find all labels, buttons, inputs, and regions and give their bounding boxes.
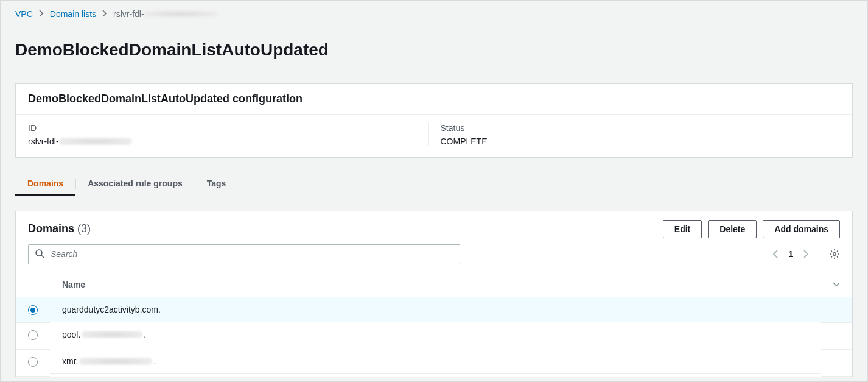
row-name-cell: pool. .	[50, 322, 821, 347]
breadcrumb-vpc[interactable]: VPC	[15, 9, 33, 19]
domains-actions: Edit Delete Add domains	[663, 220, 840, 238]
svg-line-1	[41, 255, 44, 258]
table-row[interactable]: pool. .	[16, 322, 852, 349]
delete-button[interactable]: Delete	[708, 220, 757, 238]
domains-panel-header: Domains (3) Edit Delete Add domains	[16, 211, 852, 244]
pager-page-number: 1	[788, 249, 793, 259]
domains-count: (3)	[77, 222, 91, 235]
table-row[interactable]: xmr. .	[16, 349, 852, 376]
domains-table: Name guarddutyc2activityb.com.	[16, 272, 852, 377]
row-name-suffix: .	[153, 356, 156, 366]
config-id-prefix: rslvr-fdl-	[28, 136, 59, 146]
config-status-value: COMPLETE	[441, 136, 841, 146]
chevron-right-icon	[102, 9, 107, 19]
domains-title-text: Domains	[28, 222, 74, 235]
configuration-panel-body: ID rslvr-fdl- Status COMPLETE	[16, 115, 852, 157]
search-input[interactable]	[49, 249, 453, 260]
breadcrumb-current: rslvr-fdl-	[113, 9, 217, 19]
redacted-text	[144, 10, 217, 18]
table-row[interactable]: guarddutyc2activityb.com.	[16, 297, 852, 322]
row-name: pool.	[62, 330, 80, 339]
domains-toolbar: 1	[16, 244, 852, 272]
chevron-right-icon	[39, 9, 44, 19]
row-radio[interactable]	[28, 305, 38, 315]
tab-tags[interactable]: Tags	[195, 172, 239, 196]
row-name-cell: guarddutyc2activityb.com.	[50, 297, 821, 322]
table-header-expand[interactable]	[821, 272, 852, 297]
row-name-cell: xmr. .	[50, 349, 821, 374]
config-id-value: rslvr-fdl-	[28, 136, 428, 146]
settings-button[interactable]	[829, 249, 840, 260]
add-domains-button[interactable]: Add domains	[763, 220, 840, 238]
row-name: guarddutyc2activityb.com.	[62, 305, 161, 314]
configuration-panel-header: DemoBlockedDomainListAutoUpdated configu…	[16, 84, 852, 115]
svg-point-2	[833, 253, 836, 255]
row-name: xmr.	[62, 356, 78, 366]
redacted-text	[79, 358, 152, 365]
configuration-panel: DemoBlockedDomainListAutoUpdated configu…	[15, 83, 853, 158]
domains-panel: Domains (3) Edit Delete Add domains 1	[15, 211, 853, 377]
config-status-label: Status	[441, 123, 841, 136]
table-header-row: Name	[16, 272, 852, 297]
config-col-id: ID rslvr-fdl-	[28, 123, 428, 146]
tab-domains[interactable]: Domains	[15, 172, 75, 196]
page-root: VPC Domain lists rslvr-fdl- DemoBlockedD…	[0, 0, 868, 382]
breadcrumb-domain-lists[interactable]: Domain lists	[50, 9, 96, 19]
tab-associated-rule-groups[interactable]: Associated rule groups	[75, 172, 195, 196]
domains-panel-title: Domains (3)	[28, 222, 91, 235]
row-radio[interactable]	[28, 357, 38, 367]
breadcrumb: VPC Domain lists rslvr-fdl-	[1, 1, 867, 24]
config-col-status: Status COMPLETE	[428, 123, 841, 146]
chevron-down-icon	[833, 281, 840, 288]
pager-next-button[interactable]	[803, 250, 809, 258]
config-id-label: ID	[28, 123, 428, 136]
page-title: DemoBlockedDomainListAutoUpdated	[1, 35, 867, 72]
edit-button[interactable]: Edit	[663, 220, 702, 238]
svg-point-0	[36, 250, 42, 256]
divider	[819, 248, 819, 260]
pager: 1	[772, 248, 840, 260]
search-box[interactable]	[28, 244, 460, 264]
pager-prev-button[interactable]	[772, 250, 779, 258]
breadcrumb-current-prefix: rslvr-fdl-	[113, 9, 144, 19]
row-radio[interactable]	[28, 330, 38, 340]
redacted-text	[82, 331, 142, 338]
row-name-suffix: .	[144, 330, 146, 339]
tabs: Domains Associated rule groups Tags	[1, 172, 867, 196]
search-icon	[35, 249, 44, 260]
redacted-text	[59, 138, 132, 145]
table-header-name[interactable]: Name	[50, 272, 821, 297]
table-header-select	[16, 272, 50, 297]
